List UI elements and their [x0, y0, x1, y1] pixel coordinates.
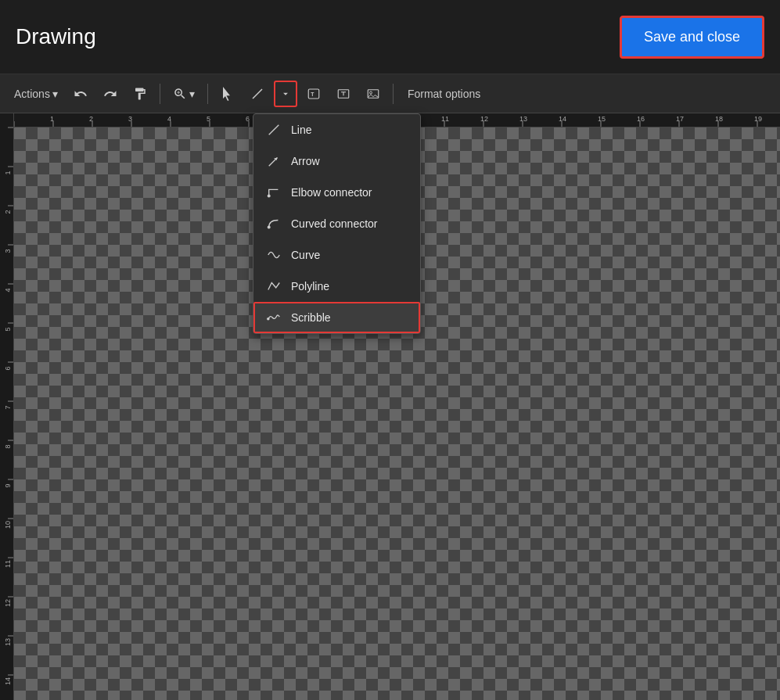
svg-text:18: 18 — [715, 115, 723, 123]
actions-button[interactable]: Actions ▾ — [8, 81, 64, 107]
line-icon — [266, 122, 282, 138]
svg-text:15: 15 — [598, 115, 606, 123]
svg-text:10: 10 — [4, 521, 12, 529]
menu-item-curve-label: Curve — [291, 249, 320, 261]
svg-text:6: 6 — [4, 366, 12, 370]
wordart-button[interactable]: T — [300, 81, 327, 107]
svg-text:9: 9 — [4, 483, 12, 487]
menu-item-curve[interactable]: Curve — [253, 239, 420, 271]
paint-format-button[interactable] — [127, 81, 153, 107]
app-header: Drawing Save and close — [0, 0, 780, 74]
curved-connector-icon — [266, 216, 282, 232]
ruler-left: 123456789101112131415 — [0, 113, 14, 700]
svg-text:13: 13 — [519, 115, 527, 123]
save-close-button[interactable]: Save and close — [620, 16, 764, 59]
line-tool-icon — [250, 87, 264, 101]
svg-point-86 — [268, 226, 270, 228]
svg-text:4: 4 — [167, 115, 171, 123]
wordart-icon: T — [307, 87, 321, 101]
svg-text:11: 11 — [4, 560, 12, 568]
menu-item-curved-connector[interactable]: Curved connector — [253, 208, 420, 239]
svg-text:11: 11 — [441, 115, 449, 123]
svg-text:12: 12 — [480, 115, 488, 123]
menu-item-arrow[interactable]: Arrow — [253, 145, 420, 177]
menu-item-scribble[interactable]: Scribble — [253, 302, 420, 333]
app-title: Drawing — [16, 24, 96, 49]
svg-line-0 — [253, 89, 262, 99]
textbox-icon — [336, 87, 350, 101]
menu-item-polyline-label: Polyline — [291, 280, 329, 293]
svg-text:T: T — [311, 92, 315, 97]
image-icon — [366, 87, 380, 101]
svg-text:3: 3 — [128, 115, 132, 123]
image-button[interactable] — [360, 81, 386, 107]
svg-text:13: 13 — [4, 638, 12, 646]
menu-item-curved-connector-label: Curved connector — [291, 217, 378, 230]
undo-icon — [74, 87, 88, 101]
line-dropdown-button[interactable] — [274, 81, 297, 107]
svg-text:1: 1 — [50, 115, 54, 123]
paint-format-icon — [133, 87, 147, 101]
svg-text:14: 14 — [559, 115, 566, 123]
svg-text:16: 16 — [637, 115, 645, 123]
svg-text:2: 2 — [89, 115, 93, 123]
menu-item-line-label: Line — [291, 124, 311, 136]
pointer-icon — [221, 87, 235, 101]
separator-1 — [160, 84, 160, 104]
svg-text:1: 1 — [4, 171, 12, 174]
svg-text:7: 7 — [4, 405, 12, 409]
actions-label: Actions — [14, 88, 50, 100]
svg-text:6: 6 — [246, 115, 250, 123]
line-tool-button[interactable] — [244, 81, 271, 107]
svg-text:5: 5 — [207, 115, 210, 123]
scribble-icon — [266, 310, 282, 325]
zoom-button[interactable]: ▾ — [167, 81, 201, 107]
menu-item-elbow-connector[interactable]: Elbow connector — [253, 177, 420, 208]
menu-item-line[interactable]: Line — [253, 114, 420, 145]
svg-point-87 — [268, 318, 269, 320]
zoom-icon — [173, 87, 187, 101]
svg-text:5: 5 — [4, 327, 12, 331]
svg-point-85 — [268, 195, 270, 197]
svg-text:17: 17 — [676, 115, 684, 123]
svg-line-83 — [269, 125, 279, 135]
arrow-icon — [266, 153, 282, 169]
textbox-button[interactable] — [330, 81, 357, 107]
undo-button[interactable] — [67, 81, 94, 107]
menu-item-elbow-label: Elbow connector — [291, 186, 372, 199]
zoom-chevron: ▾ — [189, 88, 195, 100]
separator-2 — [207, 84, 208, 104]
svg-text:19: 19 — [754, 115, 762, 123]
menu-item-polyline[interactable]: Polyline — [253, 271, 420, 302]
svg-text:4: 4 — [4, 288, 12, 292]
elbow-icon — [266, 185, 282, 200]
menu-item-scribble-label: Scribble — [291, 311, 331, 324]
svg-text:2: 2 — [4, 210, 12, 214]
line-dropdown-menu: Line Arrow Elbow connector Curved connec… — [253, 113, 421, 334]
menu-item-arrow-label: Arrow — [291, 155, 320, 167]
svg-text:12: 12 — [4, 599, 12, 607]
svg-text:3: 3 — [4, 249, 12, 253]
format-options-button[interactable]: Format options — [400, 81, 488, 107]
svg-text:8: 8 — [4, 444, 12, 448]
redo-icon — [103, 87, 117, 101]
polyline-icon — [266, 278, 282, 294]
chevron-down-icon — [280, 88, 291, 99]
actions-chevron-icon: ▾ — [52, 88, 58, 100]
redo-button[interactable] — [97, 81, 124, 107]
curve-icon — [266, 247, 282, 263]
svg-text:14: 14 — [4, 677, 12, 685]
select-pointer-button[interactable] — [214, 81, 241, 107]
svg-point-5 — [369, 92, 372, 94]
separator-3 — [393, 84, 394, 104]
toolbar: Actions ▾ ▾ T — [0, 74, 780, 113]
